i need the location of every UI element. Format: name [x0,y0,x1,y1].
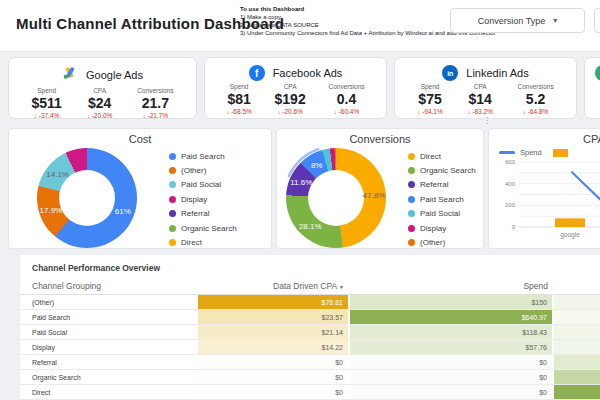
legend-item[interactable]: Direct [408,149,476,163]
legend-item[interactable]: Paid Social [408,207,476,221]
metric-label: Spend [226,83,251,90]
metric-label: Conversions [137,87,173,94]
card-title: Facebook Ads [273,67,343,79]
legend-item[interactable]: Organic Search [169,221,237,235]
legend-dot [408,210,415,217]
legend-dot [408,239,415,246]
legend-dot [169,239,176,246]
cost-donut-chart[interactable]: 61%17.9%14.1% [37,148,137,248]
cost-legend: Paid Search(Other)Paid SocialDisplayRefe… [169,149,237,250]
facebook-icon: f [249,65,265,81]
metric-value: 21.7 [137,95,173,111]
bar-legend-swatch [553,149,568,157]
table-cell: $0 [196,370,348,384]
slice-label: 28.1% [299,221,322,230]
legend-item[interactable]: Paid Search [169,149,237,163]
table-row[interactable]: Organic Search$0$0 [20,370,600,385]
table-cell: $0 [348,370,552,384]
table-row[interactable]: Paid Search$23.57$640.97 [20,310,600,325]
legend-label: Paid Social [181,180,221,189]
linkedin-icon: in [442,65,458,81]
legend-item[interactable]: (Other) [408,235,476,249]
sort-down-icon: ▼ [339,284,344,290]
column-header-data-driven-cpa[interactable]: Data Driven CPA ▼ [196,281,348,291]
table-body: (Other)$78.81$150Paid Search$23.57$640.9… [20,295,600,400]
chart-title: CPA [529,133,600,145]
legend-dot [408,181,415,188]
table-cell: $0 [196,385,348,399]
table-cell [552,295,600,309]
arrow-down-icon: ↓ [417,109,420,115]
metric-value: 5.2 [518,91,554,107]
table-cell: $57.76 [348,340,552,354]
arrow-down-icon: ↓ [226,109,229,115]
metric-value: $192 [275,91,306,107]
table-cell: $14.22 [196,340,348,354]
metric-label: Conversions [518,83,554,90]
table-cell: Organic Search [20,370,196,384]
metric-value: 0.4 [328,91,364,107]
donut-hole [59,170,115,226]
table-cell [552,310,600,324]
legend-item[interactable]: Referral [169,207,237,221]
metric-label: Spend [417,83,442,90]
table-row[interactable]: Referral$0$0 [20,355,600,370]
metric-delta: ↓ -83.2% [467,108,492,115]
slice-label: 17.9% [40,205,63,214]
table-cell: $0 [348,355,552,369]
legend-item[interactable]: Paid Social [169,178,237,192]
table-cell: $0 [348,385,552,399]
bing-icon: b [595,65,600,81]
legend-label: Spend [520,148,542,157]
column-header-channel-grouping[interactable]: Channel Grouping [20,281,196,291]
kpi-card-facebook-ads: f Facebook Ads Spend$81↓ -68.5% CPA$192↓… [204,57,387,119]
table-cell [552,370,600,384]
google-ads-icon [62,65,78,85]
line-legend-swatch [499,151,515,154]
metric-label: CPA [467,83,492,90]
metric-delta: ↓ -64.8% [518,108,554,115]
arrow-down-icon: ↓ [523,109,526,115]
legend-dot [169,167,176,174]
svg-text:google: google [560,231,580,239]
legend-item[interactable]: Paid Search [408,192,476,206]
legend-item[interactable]: Referral [408,178,476,192]
legend-label: Display [181,195,207,204]
table-cell: $150 [348,295,552,309]
kpi-card-google-ads: Google Ads Spend$511↓ -37.4% CPA$24↓ -20… [8,57,197,119]
legend-label: Organic Search [181,224,237,233]
legend-dot [169,181,176,188]
legend-label: Referral [181,209,209,218]
arrow-down-icon: ↓ [87,113,90,119]
table-row[interactable]: Display$14.22$57.76 [20,340,600,355]
conversions-donut-chart[interactable]: 47.8%28.1%11.6%8% [286,148,386,248]
metric-delta: ↓ -68.5% [226,108,251,115]
legend-item[interactable]: (Other) [169,163,237,177]
edge-control[interactable] [594,8,600,33]
legend-item[interactable]: Display [408,221,476,235]
card-title: Linkedin Ads [466,67,528,79]
column-header-spend[interactable]: Spend [348,281,552,291]
metric-value: $81 [226,91,251,107]
legend-label: Paid Search [420,195,464,204]
table-cell: $23.57 [196,310,348,324]
chart-title: Cost [9,133,271,145]
metric-delta: ↓ -94.1% [417,108,442,115]
cpa-combo-chart[interactable]: 0200400600google [489,159,600,244]
table-cell [552,385,600,399]
svg-text:0: 0 [512,224,516,230]
legend-dot [169,225,176,232]
resize-handle[interactable]: ⋮ [483,116,490,125]
conversion-type-dropdown[interactable]: Conversion Type ▾ [450,8,585,33]
kpi-cards-row: Google Ads Spend$511↓ -37.4% CPA$24↓ -20… [8,57,600,119]
table-row[interactable]: Paid Social$21.14$118.43 [20,325,600,340]
legend-label: Paid Social [420,209,460,218]
legend-dot [408,167,415,174]
legend-item[interactable]: Organic Search [408,163,476,177]
legend-item[interactable]: Display [169,192,237,206]
legend-item[interactable]: Direct [169,235,237,249]
table-row[interactable]: (Other)$78.81$150 [20,295,600,310]
donut-hole [308,170,364,226]
chevron-down-icon: ▾ [553,16,557,25]
table-row[interactable]: Direct$0$0 [20,385,600,400]
